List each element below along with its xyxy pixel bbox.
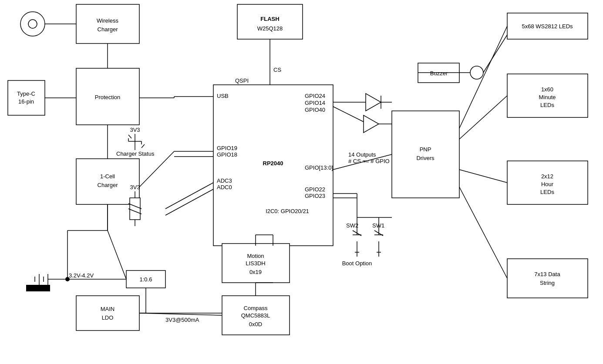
svg-line-60 [459, 187, 507, 278]
buzzer-symbol [470, 66, 483, 79]
wireless-charger-label2: Charger [98, 26, 118, 33]
typec-block [8, 80, 45, 115]
leds-5x68-label: 5x68 WS2812 LEDs [522, 23, 573, 30]
pnp-label1: PNP [420, 146, 431, 153]
pnp-label2: Drivers [416, 155, 435, 161]
battery-symbol [26, 285, 50, 291]
svg-line-9 [128, 135, 131, 138]
speaker-triangle1 [366, 94, 381, 111]
svg-line-10 [141, 144, 145, 148]
ratio-label: 1:0.6 [140, 276, 152, 283]
leds-2x12-label1: 2x12 [541, 173, 553, 180]
gpio14-pin: GPIO14 [305, 100, 325, 106]
leds-1x60-label3: LEDs [540, 102, 554, 108]
flash-label1: FLASH [260, 16, 279, 22]
charger-status-label: Charger Status [116, 150, 155, 157]
gpio40-pin: GPIO40 [305, 107, 325, 113]
gpio23-pin: GPIO23 [305, 193, 325, 199]
motion-addr: 0x19 [249, 269, 262, 275]
voltage-label: 3.2V-4.2V [69, 272, 94, 279]
leds-1x60-label2: Minute [539, 94, 556, 100]
svg-line-72 [165, 183, 213, 209]
svg-line-37 [333, 107, 364, 122]
svg-line-59 [459, 170, 507, 183]
gpio19-pin: GPIO19 [217, 145, 237, 151]
qspi-label: QSPI [235, 77, 249, 84]
sw1-label: SW1 [372, 222, 384, 229]
leds-2x12-label2: Hour [541, 181, 554, 187]
protection-label: Protection [95, 94, 121, 100]
outputs-label2: # CS == # GPIO [348, 158, 390, 164]
3v3-500ma-label: 3V3@500mA [165, 317, 199, 323]
cell-charger-label1: 1-Cell [100, 173, 115, 180]
data-string-block [507, 259, 588, 298]
leds-1x60-label1: 1x60 [541, 86, 553, 93]
typec-label2: 16-pin [18, 98, 34, 105]
main-ldo-label1: MAIN [101, 306, 115, 312]
compass-addr: 0x0D [249, 321, 262, 327]
svg-point-0 [28, 20, 37, 28]
schematic-diagram: Wireless Charger Protection Type-C 16-pi… [0, 0, 603, 364]
adc0-pin: ADC0 [217, 184, 232, 190]
wireless-charger-symbol [20, 12, 45, 36]
cs-label: CS [273, 67, 281, 73]
gpio24-pin: GPIO24 [305, 93, 325, 99]
motion-label1: Motion [247, 253, 264, 259]
i2c0-label: I2C0: GPIO20/21 [266, 208, 309, 214]
main-ldo-label2: LDO [102, 314, 114, 321]
adc3-pin: ADC3 [217, 177, 232, 184]
compass-label2: QMC5883L [241, 312, 270, 319]
gpio13-0-pin: GPIO[13:0] [305, 164, 333, 171]
svg-line-75 [108, 230, 126, 279]
flash-label2: W25Q128 [257, 25, 283, 32]
boot-option-label: Boot Option [342, 260, 372, 267]
leds-2x12-label3: LEDs [540, 189, 554, 195]
typec-label1: Type-C [17, 90, 35, 97]
svg-rect-12 [130, 198, 140, 220]
svg-line-36 [483, 35, 507, 73]
wireless-charger-block [76, 4, 139, 43]
sw2-label: SW2 [346, 222, 358, 229]
svg-line-57 [459, 26, 507, 128]
rp2040-label: RP2040 [263, 160, 283, 167]
svg-line-73 [165, 189, 213, 215]
buzzer-label: Buzzer [430, 70, 448, 77]
cell-charger-label2: Charger [98, 182, 118, 188]
pnp-drivers-block [392, 111, 459, 198]
3v3-label-top: 3V3 [130, 127, 140, 133]
3v3-label-bottom: 3V3 [130, 184, 140, 190]
speaker-triangle2 [364, 115, 379, 133]
motion-label2: LIS3DH [246, 260, 266, 267]
usb-pin: USB [217, 93, 229, 99]
data-string-label2: String [540, 280, 555, 286]
main-ldo-block [76, 296, 139, 331]
svg-line-58 [459, 96, 507, 139]
wireless-charger-label1: Wireless [97, 17, 118, 24]
data-string-label1: 7x13 Data [534, 271, 560, 277]
outputs-label1: 14 Outputs [348, 151, 376, 158]
gpio18-pin: GPIO18 [217, 151, 237, 158]
compass-label1: Compass [244, 305, 268, 311]
gpio22-pin: GPIO22 [305, 186, 325, 193]
